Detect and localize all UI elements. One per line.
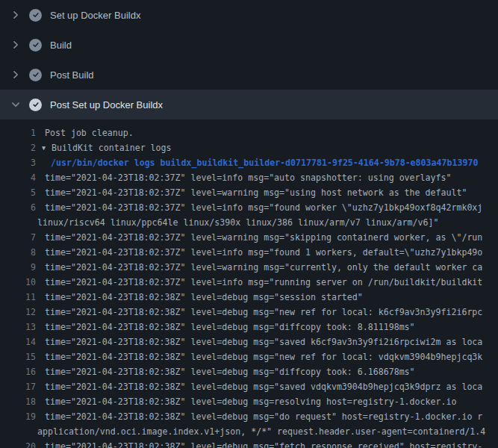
- step-header-build[interactable]: Build: [0, 30, 498, 60]
- log-text: time="2021-04-23T18:02:37Z" level=info m…: [45, 200, 482, 215]
- log-line: 18time="2021-04-23T18:02:38Z" level=debu…: [0, 394, 498, 409]
- log-line: 6time="2021-04-23T18:02:37Z" level=info …: [0, 200, 498, 215]
- log-text: time="2021-04-23T18:02:38Z" level=debug …: [45, 305, 482, 320]
- log-text: linux/riscv64 linux/ppc64le linux/s390x …: [37, 215, 438, 230]
- log-group-header[interactable]: 2▼BuildKit container logs: [0, 140, 498, 155]
- line-number[interactable]: 14: [0, 335, 36, 349]
- check-circle-icon: [29, 99, 42, 111]
- check-circle-icon: [29, 9, 42, 22]
- step-label: Post Set up Docker Buildx: [50, 99, 163, 111]
- log-text: time="2021-04-23T18:02:38Z" level=debug …: [45, 290, 363, 305]
- log-text: time="2021-04-23T18:02:38Z" level=debug …: [45, 335, 482, 349]
- line-number[interactable]: 7: [0, 230, 36, 245]
- log-line: 4time="2021-04-23T18:02:37Z" level=info …: [0, 170, 498, 185]
- log-text: /usr/bin/docker logs buildx_buildkit_bui…: [51, 155, 478, 170]
- step-label: Post Build: [50, 69, 94, 81]
- step-label: Build: [50, 40, 72, 51]
- log-line: 10time="2021-04-23T18:02:37Z" level=info…: [0, 275, 498, 290]
- check-circle-icon: [29, 69, 42, 81]
- log-text: time="2021-04-23T18:02:37Z" level=warnin…: [45, 185, 467, 200]
- log-text: Post job cleanup.: [45, 125, 134, 140]
- line-number[interactable]: 4: [0, 170, 36, 185]
- log-text: time="2021-04-23T18:02:38Z" level=debug …: [45, 320, 415, 335]
- log-line: 11time="2021-04-23T18:02:38Z" level=debu…: [0, 290, 498, 305]
- step-header-post-build[interactable]: Post Build: [0, 60, 498, 90]
- line-number[interactable]: 16: [0, 364, 36, 379]
- chevron-right-icon[interactable]: [10, 39, 22, 51]
- step-list: Set up Docker BuildxBuildPost BuildPost …: [0, 0, 498, 119]
- line-number[interactable]: 6: [0, 200, 36, 215]
- log-line: 12time="2021-04-23T18:02:38Z" level=debu…: [0, 305, 498, 320]
- log-text: time="2021-04-23T18:02:38Z" level=debug …: [45, 379, 482, 394]
- log-line: 8time="2021-04-23T18:02:37Z" level=info …: [0, 245, 498, 260]
- line-number[interactable]: 13: [0, 320, 36, 335]
- chevron-right-icon[interactable]: [10, 9, 22, 21]
- group-collapse-arrow-icon[interactable]: ▼: [42, 140, 52, 155]
- chevron-down-icon[interactable]: [10, 99, 22, 111]
- log-output: 1Post job cleanup.2▼BuildKit container l…: [0, 119, 498, 448]
- line-number[interactable]: 11: [0, 290, 36, 305]
- log-line: 13time="2021-04-23T18:02:38Z" level=debu…: [0, 320, 498, 335]
- line-number[interactable]: 20: [0, 439, 36, 448]
- line-number[interactable]: 2: [0, 140, 36, 155]
- line-number[interactable]: 3: [0, 155, 36, 170]
- line-number[interactable]: 8: [0, 245, 36, 260]
- step-header-post-set-up-docker-buildx[interactable]: Post Set up Docker Buildx: [0, 90, 498, 119]
- step-header-set-up-docker-buildx[interactable]: Set up Docker Buildx: [0, 0, 498, 30]
- log-line: 1Post job cleanup.: [0, 125, 498, 140]
- line-number[interactable]: 17: [0, 379, 36, 394]
- log-text: time="2021-04-23T18:02:38Z" level=debug …: [45, 364, 415, 379]
- chevron-right-icon[interactable]: [10, 69, 22, 81]
- line-number[interactable]: 19: [0, 409, 36, 424]
- line-number[interactable]: 18: [0, 394, 36, 409]
- line-number[interactable]: 9: [0, 260, 36, 275]
- log-text: time="2021-04-23T18:02:38Z" level=debug …: [45, 439, 482, 448]
- log-text: time="2021-04-23T18:02:38Z" level=debug …: [45, 394, 456, 409]
- log-line: 9time="2021-04-23T18:02:37Z" level=warni…: [0, 260, 498, 275]
- log-line: 20time="2021-04-23T18:02:38Z" level=debu…: [0, 439, 498, 448]
- line-number[interactable]: 1: [0, 125, 36, 140]
- log-text: time="2021-04-23T18:02:37Z" level=warnin…: [45, 230, 482, 245]
- log-text: time="2021-04-23T18:02:37Z" level=info m…: [45, 170, 451, 185]
- log-text: time="2021-04-23T18:02:37Z" level=info m…: [45, 275, 482, 290]
- line-number[interactable]: 10: [0, 275, 36, 290]
- log-text: time="2021-04-23T18:02:38Z" level=debug …: [45, 349, 482, 364]
- check-circle-icon: [29, 39, 42, 52]
- log-line-continuation: linux/riscv64 linux/ppc64le linux/s390x …: [0, 215, 498, 230]
- log-line: 16time="2021-04-23T18:02:38Z" level=debu…: [0, 364, 498, 379]
- log-text: time="2021-04-23T18:02:37Z" level=info m…: [45, 245, 482, 260]
- line-number[interactable]: 15: [0, 349, 36, 364]
- log-text: time="2021-04-23T18:02:37Z" level=warnin…: [45, 260, 482, 275]
- line-number[interactable]: 12: [0, 305, 36, 320]
- log-line-continuation: application/vnd.oci.image.index.v1+json,…: [0, 424, 498, 439]
- log-line: 17time="2021-04-23T18:02:38Z" level=debu…: [0, 379, 498, 394]
- log-text: time="2021-04-23T18:02:38Z" level=debug …: [45, 409, 482, 424]
- log-line: 5time="2021-04-23T18:02:37Z" level=warni…: [0, 185, 498, 200]
- line-number[interactable]: 5: [0, 185, 36, 200]
- log-line: 7time="2021-04-23T18:02:37Z" level=warni…: [0, 230, 498, 245]
- log-text: application/vnd.oci.image.index.v1+json,…: [37, 424, 485, 439]
- group-title: BuildKit container logs: [52, 143, 172, 153]
- log-line: 14time="2021-04-23T18:02:38Z" level=debu…: [0, 335, 498, 349]
- log-line: 19time="2021-04-23T18:02:38Z" level=debu…: [0, 409, 498, 424]
- actions-log-viewer: Set up Docker BuildxBuildPost BuildPost …: [0, 0, 498, 448]
- step-label: Set up Docker Buildx: [50, 10, 140, 21]
- log-line-command: 3/usr/bin/docker logs buildx_buildkit_bu…: [0, 155, 498, 170]
- log-line: 15time="2021-04-23T18:02:38Z" level=debu…: [0, 349, 498, 364]
